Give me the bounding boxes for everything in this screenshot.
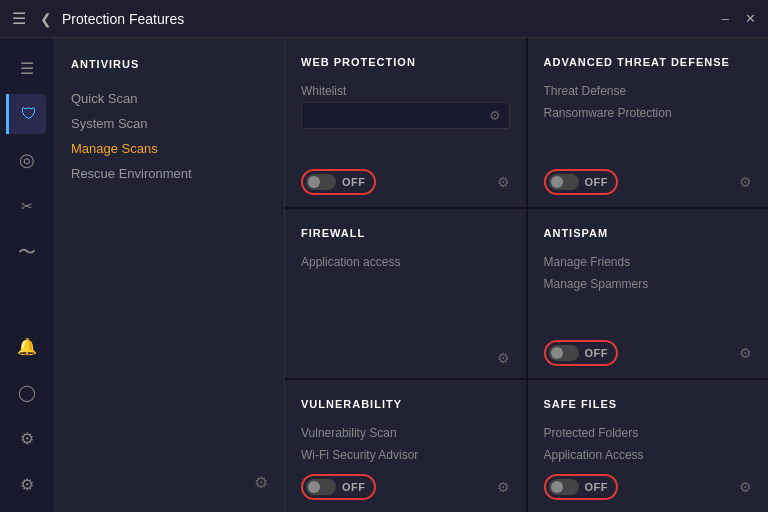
main-layout: ☰ 🛡 ◎ ✂ 〜 🔔 ◯ ⚙ ⚙ ANTIVIRUS Quick Scan S… [0, 38, 768, 512]
vulnerability-toggle[interactable]: OFF [301, 474, 376, 500]
application-access-safe-link[interactable]: Application Access [544, 444, 753, 466]
antispam-title: ANTISPAM [544, 227, 753, 239]
toggle-label: OFF [342, 176, 366, 188]
whitelist-bar[interactable]: ⚙ [301, 102, 510, 129]
toggle-track [306, 479, 336, 495]
web-protection-title: WEB PROTECTION [301, 56, 510, 68]
advanced-threat-toggle[interactable]: OFF [544, 169, 619, 195]
toggle-thumb [551, 481, 563, 493]
advanced-threat-title: ADVANCED THREAT DEFENSE [544, 56, 753, 68]
sidebar: ☰ 🛡 ◎ ✂ 〜 🔔 ◯ ⚙ ⚙ [0, 38, 55, 512]
firewall-gear-icon[interactable]: ⚙ [497, 350, 510, 366]
web-protection-whitelist-link[interactable]: Whitelist [301, 80, 510, 102]
antispam-gear-icon[interactable]: ⚙ [739, 345, 752, 361]
minimize-button[interactable]: – [722, 11, 729, 26]
advanced-threat-gear-icon[interactable]: ⚙ [739, 174, 752, 190]
title-bar-left: ☰ ❮ Protection Features [12, 9, 184, 28]
toggle-thumb [308, 176, 320, 188]
manage-spammers-link[interactable]: Manage Spammers [544, 273, 753, 295]
antispam-bottom: OFF ⚙ [544, 332, 753, 366]
sidebar-icon-shield[interactable]: 🛡 [6, 94, 46, 134]
hamburger-icon[interactable]: ☰ [12, 9, 26, 28]
antivirus-link-rescue[interactable]: Rescue Environment [71, 161, 268, 186]
toggle-thumb [551, 347, 563, 359]
vulnerability-panel: VULNERABILITY Vulnerability Scan Wi-Fi S… [285, 380, 526, 512]
antivirus-link-managescans[interactable]: Manage Scans [71, 136, 268, 161]
protected-folders-link[interactable]: Protected Folders [544, 422, 753, 444]
toggle-thumb [308, 481, 320, 493]
sidebar-icon-activity[interactable]: 〜 [7, 232, 47, 272]
safe-files-toggle[interactable]: OFF [544, 474, 619, 500]
sidebar-icon-help[interactable]: ⚙ [7, 464, 47, 504]
vulnerability-gear-icon[interactable]: ⚙ [497, 479, 510, 495]
toggle-label: OFF [585, 347, 609, 359]
firewall-panel: FIREWALL Application access ⚙ [285, 209, 526, 378]
antispam-toggle[interactable]: OFF [544, 340, 619, 366]
manage-friends-link[interactable]: Manage Friends [544, 251, 753, 273]
toggle-label: OFF [342, 481, 366, 493]
toggle-thumb [551, 176, 563, 188]
toggle-track [306, 174, 336, 190]
wifi-security-link[interactable]: Wi-Fi Security Advisor [301, 444, 510, 466]
web-protection-bottom: OFF ⚙ [301, 161, 510, 195]
toggle-track [549, 345, 579, 361]
sidebar-icon-eye[interactable]: ◎ [7, 140, 47, 180]
antivirus-panel: ANTIVIRUS Quick Scan System Scan Manage … [55, 38, 285, 512]
content-inner: ANTIVIRUS Quick Scan System Scan Manage … [55, 38, 768, 512]
web-protection-toggle[interactable]: OFF [301, 169, 376, 195]
web-protection-gear-icon[interactable]: ⚙ [497, 174, 510, 190]
antispam-panel: ANTISPAM Manage Friends Manage Spammers … [528, 209, 769, 378]
close-button[interactable]: ✕ [745, 11, 756, 26]
firewall-title: FIREWALL [301, 227, 510, 239]
threat-defense-link[interactable]: Threat Defense [544, 80, 753, 102]
safe-files-bottom: OFF ⚙ [544, 466, 753, 500]
antivirus-link-quickscan[interactable]: Quick Scan [71, 86, 268, 111]
toggle-label: OFF [585, 481, 609, 493]
window-controls: – ✕ [722, 11, 756, 26]
safe-files-gear-icon[interactable]: ⚙ [739, 479, 752, 495]
sidebar-icon-user[interactable]: ◯ [7, 372, 47, 412]
antivirus-gear-icon[interactable]: ⚙ [254, 473, 268, 492]
sidebar-icon-settings[interactable]: ⚙ [7, 418, 47, 458]
back-icon[interactable]: ❮ [40, 11, 52, 27]
vulnerability-scan-link[interactable]: Vulnerability Scan [301, 422, 510, 444]
advanced-threat-panel: ADVANCED THREAT DEFENSE Threat Defense R… [528, 38, 769, 207]
safe-files-panel: SAFE FILES Protected Folders Application… [528, 380, 769, 512]
antivirus-footer: ⚙ [71, 473, 268, 492]
sidebar-icon-tools[interactable]: ✂ [7, 186, 47, 226]
vulnerability-bottom: OFF ⚙ [301, 466, 510, 500]
panels-grid: WEB PROTECTION Whitelist ⚙ OFF ⚙ [285, 38, 768, 512]
toggle-label: OFF [585, 176, 609, 188]
sidebar-icon-bell[interactable]: 🔔 [7, 326, 47, 366]
safe-files-title: SAFE FILES [544, 398, 753, 410]
title-bar: ☰ ❮ Protection Features – ✕ [0, 0, 768, 38]
antivirus-link-systemscan[interactable]: System Scan [71, 111, 268, 136]
window-title: Protection Features [62, 11, 184, 27]
advanced-threat-bottom: OFF ⚙ [544, 161, 753, 195]
whitelist-gear-icon[interactable]: ⚙ [489, 108, 501, 123]
content-area: ANTIVIRUS Quick Scan System Scan Manage … [55, 38, 768, 512]
toggle-track [549, 479, 579, 495]
application-access-link[interactable]: Application access [301, 251, 510, 273]
web-protection-panel: WEB PROTECTION Whitelist ⚙ OFF ⚙ [285, 38, 526, 207]
sidebar-icon-menu[interactable]: ☰ [7, 48, 47, 88]
vulnerability-title: VULNERABILITY [301, 398, 510, 410]
antivirus-title: ANTIVIRUS [71, 58, 268, 70]
toggle-track [549, 174, 579, 190]
firewall-bottom: ⚙ [301, 342, 510, 366]
ransomware-protection-link[interactable]: Ransomware Protection [544, 102, 753, 124]
